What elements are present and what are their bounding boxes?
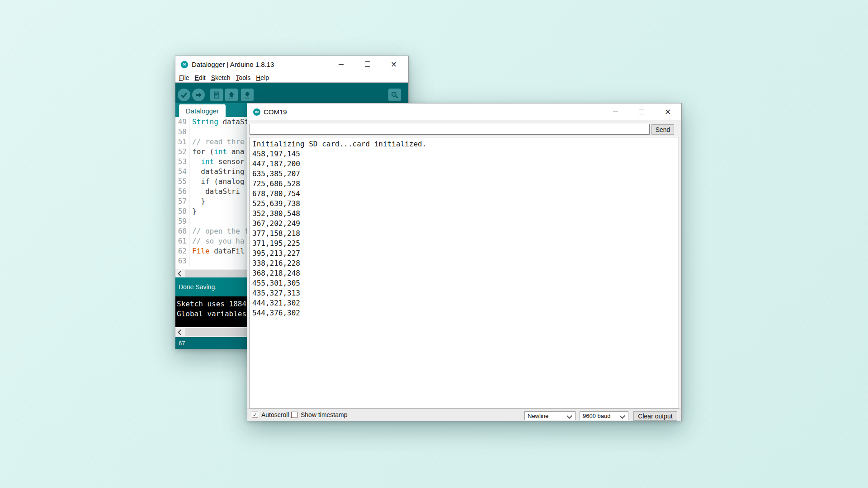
chevron-left-icon: [178, 271, 184, 277]
code-text: if (analog: [189, 177, 245, 187]
code-text: dataStri: [189, 187, 240, 197]
maximize-icon: [365, 61, 370, 67]
serial-close-button[interactable]: ×: [657, 103, 679, 120]
document-icon: [212, 90, 221, 99]
baud-rate-value: 9600 baud: [583, 413, 610, 419]
code-text: }: [189, 206, 197, 216]
menu-item-sketch[interactable]: Sketch: [208, 74, 233, 81]
upload-button[interactable]: [192, 89, 205, 101]
serial-output-line: 458,197,145: [252, 149, 679, 159]
line-ending-value: Newline: [528, 413, 548, 419]
serial-window-title: COM19: [264, 103, 287, 120]
serial-monitor-window: ∞ COM19 × Send Initializing SD card...ca…: [247, 103, 682, 421]
serial-output-line: 525,639,738: [252, 199, 679, 209]
scroll-left-button[interactable]: [175, 269, 184, 277]
save-button[interactable]: [241, 89, 254, 101]
serial-controls-bar: ✓ Autoscroll Show timestamp Newline 9600…: [247, 408, 681, 421]
line-number: 49: [175, 117, 189, 127]
line-number: 60: [175, 226, 189, 236]
footer-line-number: 67: [179, 340, 185, 347]
ide-close-button[interactable]: ×: [383, 56, 405, 72]
code-text: // read thre: [189, 137, 245, 147]
send-button-label: Send: [656, 126, 670, 133]
serial-output-line: Initializing SD card...card initialized.: [252, 139, 679, 149]
autoscroll-checkbox[interactable]: ✓: [252, 412, 258, 418]
serial-output-line: 371,195,225: [252, 239, 679, 249]
new-sketch-button[interactable]: [210, 89, 223, 101]
maximize-icon: [639, 109, 644, 114]
baud-rate-select[interactable]: 9600 baud: [580, 411, 628, 420]
arrow-right-icon: [194, 90, 203, 99]
line-number: 62: [175, 246, 189, 256]
serial-content-area: Send Initializing SD card...card initial…: [247, 120, 681, 421]
code-text: // so you ha: [189, 236, 245, 246]
serial-output-line: 455,301,305: [252, 278, 679, 288]
scroll-left-button[interactable]: [175, 327, 184, 337]
serial-output-line: 338,216,228: [252, 258, 679, 268]
line-number: 51: [175, 137, 189, 147]
line-number: 63: [175, 256, 189, 266]
serial-title-bar[interactable]: ∞ COM19 ×: [247, 103, 681, 120]
serial-input[interactable]: [250, 124, 650, 135]
magnifier-icon: [390, 90, 399, 99]
minimize-icon: [613, 112, 618, 112]
code-text: }: [189, 197, 205, 206]
ide-window-title: Datalogger | Arduino 1.8.13: [192, 56, 274, 73]
serial-output-line: 368,218,248: [252, 268, 679, 278]
code-text: String dataSt: [189, 117, 249, 127]
code-text: [189, 256, 192, 266]
line-number: 50: [175, 127, 189, 137]
send-button[interactable]: Send: [651, 124, 674, 135]
verify-button[interactable]: [178, 89, 190, 101]
line-number: 59: [175, 216, 189, 226]
code-text: for (int ana: [189, 147, 245, 157]
line-number: 54: [175, 167, 189, 177]
serial-minimize-button[interactable]: [604, 103, 626, 120]
code-text: File dataFil: [189, 246, 245, 256]
line-number: 61: [175, 236, 189, 246]
menu-item-edit[interactable]: Edit: [192, 74, 208, 81]
clear-output-label: Clear output: [638, 413, 672, 420]
open-button[interactable]: [225, 89, 238, 101]
menu-item-file[interactable]: File: [176, 74, 192, 81]
serial-output-line: 352,380,548: [252, 209, 679, 219]
ide-toolbar: [175, 83, 408, 103]
ide-title-bar[interactable]: ∞ Datalogger | Arduino 1.8.13 ×: [175, 56, 408, 73]
arduino-logo-icon: ∞: [181, 61, 188, 68]
tab-label: Datalogger: [186, 107, 219, 115]
serial-output-line: 725,686,528: [252, 179, 679, 189]
serial-output-line: 635,385,207: [252, 169, 679, 179]
serial-output-line: 435,327,313: [252, 288, 679, 298]
ide-maximize-button[interactable]: [357, 56, 378, 72]
tab-datalogger[interactable]: Datalogger: [179, 104, 226, 117]
code-text: [189, 216, 192, 226]
arrow-up-icon: [227, 90, 236, 99]
arrow-down-icon: [243, 90, 252, 99]
show-timestamp-checkbox[interactable]: [291, 412, 297, 418]
line-ending-select[interactable]: Newline: [524, 411, 576, 420]
line-number: 58: [175, 206, 189, 216]
menu-item-tools[interactable]: Tools: [233, 74, 254, 81]
show-timestamp-label: Show timestamp: [301, 409, 347, 421]
line-number: 56: [175, 187, 189, 197]
line-number: 57: [175, 197, 189, 206]
line-number: 55: [175, 177, 189, 187]
minimize-icon: [339, 64, 344, 65]
menu-item-help[interactable]: Help: [253, 74, 272, 81]
clear-output-button[interactable]: Clear output: [633, 411, 677, 421]
close-icon: ×: [665, 103, 671, 120]
serial-output[interactable]: Initializing SD card...card initialized.…: [249, 137, 679, 408]
serial-maximize-button[interactable]: [631, 103, 652, 120]
serial-monitor-button[interactable]: [388, 89, 401, 101]
serial-output-line: 447,187,200: [252, 159, 679, 169]
serial-output-line: 377,158,218: [252, 229, 679, 239]
chevron-left-icon: [178, 329, 184, 335]
code-text: int sensor: [189, 157, 245, 167]
code-text: [189, 127, 192, 137]
desktop-background: ∞ Datalogger | Arduino 1.8.13 × FileEdit…: [0, 0, 868, 488]
ide-minimize-button[interactable]: [330, 56, 352, 72]
serial-output-line: 678,780,754: [252, 189, 679, 199]
status-message: Done Saving.: [179, 283, 217, 291]
autoscroll-label: Autoscroll: [261, 409, 289, 421]
line-number: 52: [175, 147, 189, 157]
